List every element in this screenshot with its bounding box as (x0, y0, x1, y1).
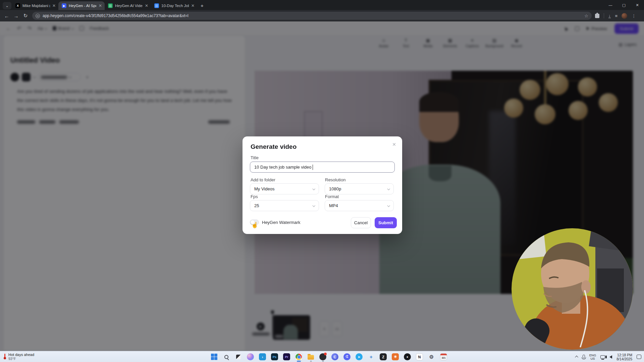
chevron-down-icon (312, 187, 315, 190)
tab-course-doc[interactable]: 10-Day Tech Job Course - Goo ✕ (151, 1, 197, 10)
tab-title: HeyGen AI Video Mastery Road (115, 4, 143, 8)
submit-button[interactable]: Submit (375, 217, 397, 228)
tray-date: 8/14/2025 (616, 357, 632, 361)
text-caret (313, 165, 313, 170)
new-tab-button[interactable]: + (201, 3, 204, 8)
speaker-icon[interactable] (609, 355, 612, 359)
reading-list-icon[interactable]: ≡ (615, 13, 618, 18)
tab-close-icon[interactable]: ✕ (99, 3, 102, 8)
title-field-label: Title (251, 155, 259, 160)
reload-icon[interactable]: ↻ (21, 13, 30, 19)
capcut-icon[interactable]: C (331, 353, 338, 360)
premiere-icon[interactable]: Pr (283, 353, 290, 360)
folder-select[interactable]: My Videos (250, 183, 319, 194)
title-input[interactable]: 10 Day tech job sample video (250, 162, 395, 173)
copilot-icon[interactable] (247, 353, 254, 360)
vscode-icon[interactable]: › (259, 353, 266, 360)
tab-title: 10-Day Tech Job Course - Goo (161, 4, 189, 8)
tab-search-caret-icon[interactable]: ⌄ (3, 2, 11, 9)
bookmark-star-icon[interactable]: ☆ (584, 13, 588, 18)
weather-temp: 93°F (8, 357, 34, 361)
tray-expand-icon[interactable] (575, 356, 578, 359)
weather-headline: Hot days ahead (8, 353, 34, 357)
format-field-label: Format (325, 194, 339, 199)
fps-field-label: Fps (251, 194, 258, 199)
browser-menu-icon[interactable]: ⋮ (632, 13, 636, 18)
recorder-app-icon[interactable]: 321 (440, 353, 447, 360)
close-icon[interactable]: ✕ (391, 140, 397, 148)
thermometer-icon (3, 354, 6, 360)
title-input-value: 10 Day tech job sample video (254, 165, 312, 170)
file-explorer-icon[interactable] (307, 353, 314, 360)
webcam-video (512, 228, 633, 350)
tab-mastery-roadmap[interactable]: HeyGen AI Video Mastery Road ✕ (105, 1, 151, 10)
green-doc-icon (108, 3, 113, 8)
photoshop-icon[interactable]: Ps (271, 353, 278, 360)
orange-app-icon[interactable]: ✳ (392, 353, 399, 360)
url-bar[interactable]: app.heygen.com/create-v4/3f1ffd9173d5425… (32, 12, 592, 20)
chevron-down-icon (387, 204, 390, 207)
start-button[interactable] (211, 353, 218, 360)
downloads-icon[interactable]: ↓ (608, 14, 611, 18)
hand-cursor-icon: ☝ (251, 222, 258, 229)
tab-close-icon[interactable]: ✕ (52, 3, 56, 8)
utility-icon[interactable]: + (368, 353, 375, 360)
x-logo-icon: X (15, 3, 20, 8)
heygen-play-icon: ▶ (62, 3, 66, 8)
weather-widget[interactable]: Hot days ahead 93°F (3, 353, 34, 361)
media-app-icon[interactable] (319, 353, 326, 360)
tab-heygen-active[interactable]: ▶ HeyGen - AI Spokesperson Vid ✕ (58, 1, 105, 10)
notification-center-icon[interactable] (637, 355, 641, 359)
screen: ⌄ X Mike Majdalani (@mikemajdala ✕ ▶ Hey… (0, 0, 644, 362)
folder-field-label: Add to folder (251, 177, 275, 182)
clock[interactable]: 12:18 PM 8/14/2025 (616, 353, 632, 361)
back-icon[interactable]: ← (2, 13, 11, 19)
tab-close-icon[interactable]: ✕ (145, 3, 148, 8)
generate-video-modal: Generate video ✕ Title 10 Day tech job s… (243, 136, 402, 234)
url-text: app.heygen.com/create-v4/3f1ffd9173d5425… (43, 13, 582, 18)
window-minimize-button[interactable]: — (604, 0, 617, 10)
window-close-button[interactable]: ✕ (631, 0, 644, 10)
language-indicator[interactable]: ENG US (589, 354, 596, 360)
site-info-icon[interactable] (36, 14, 40, 18)
resolution-field-label: Resolution (325, 177, 345, 182)
chevron-down-icon (312, 204, 315, 207)
chrome-icon[interactable] (295, 353, 302, 360)
fps-select[interactable]: 25 (250, 200, 319, 211)
modal-title: Generate video (251, 143, 297, 150)
profile-avatar[interactable] (622, 13, 627, 19)
settings-icon[interactable]: ⚙ (428, 353, 435, 360)
discord-icon[interactable]: ᗧ (343, 353, 351, 360)
network-icon[interactable] (600, 355, 605, 359)
microphone-icon[interactable] (583, 355, 585, 358)
notion-icon[interactable]: N (416, 353, 423, 360)
toolbar-divider (604, 13, 604, 18)
tray-time: 12:18 PM (616, 353, 632, 357)
tab-title: HeyGen - AI Spokesperson Vid (69, 4, 96, 8)
format-select[interactable]: MP4 (325, 200, 394, 211)
system-tray: ENG US 12:18 PM 8/14/2025 (576, 351, 641, 362)
tab-close-icon[interactable]: ✕ (191, 3, 195, 8)
extensions-icon[interactable] (595, 14, 599, 18)
browser-toolbar: ← → ↻ app.heygen.com/create-v4/3f1ffd917… (0, 10, 644, 21)
cancel-button[interactable]: Cancel (351, 217, 371, 228)
window-maximize-button[interactable]: ▢ (617, 0, 631, 10)
webcam-overlay (512, 228, 633, 350)
taskbar-icons: › Ps Pr C ᗧ ➤ + Z ✳ ● N ⚙ 321 (211, 352, 447, 361)
black-app-icon[interactable]: ● (404, 353, 411, 360)
chevron-down-icon (387, 187, 390, 190)
blue-doc-icon (154, 3, 159, 8)
tab-twitter[interactable]: X Mike Majdalani (@mikemajdala ✕ (12, 1, 58, 10)
watermark-label: HeyGen Watermark (262, 220, 300, 225)
telegram-icon[interactable]: ➤ (356, 353, 363, 360)
forward-icon[interactable]: → (11, 13, 21, 19)
task-view-button[interactable] (235, 353, 242, 360)
search-button[interactable] (223, 353, 230, 360)
tab-title: Mike Majdalani (@mikemajdala (22, 4, 50, 8)
z-app-icon[interactable]: Z (380, 353, 387, 360)
resolution-select[interactable]: 1080p (325, 183, 394, 194)
taskbar: Hot days ahead 93°F › Ps Pr C ᗧ ➤ + Z ✳ … (0, 351, 644, 362)
browser-tabstrip: ⌄ X Mike Majdalani (@mikemajdala ✕ ▶ Hey… (0, 0, 644, 10)
